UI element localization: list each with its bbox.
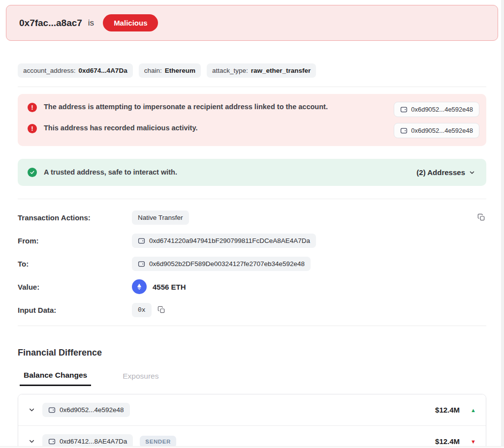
banner-connector: is <box>88 18 94 28</box>
balance-changes-list: 0x6d9052...4e592e48 $12.4M ▲ 0xd67412...… <box>18 394 486 448</box>
transaction-actions-label: Transaction Actions: <box>18 213 132 222</box>
to-address-chip[interactable]: 0x6d9052b2DF589De00324127fe2707eb34e592e… <box>132 257 311 271</box>
wallet-icon <box>400 106 408 113</box>
transaction-details: Transaction Actions: Native Transfer Fro… <box>18 210 486 317</box>
financial-tabs: Balance Changes Exposures <box>18 371 486 386</box>
to-label: To: <box>18 260 132 268</box>
value-row: Value: 4556 ETH <box>18 279 486 294</box>
meta-chip-label: account_address: <box>23 67 76 74</box>
meta-chip-account-address: account_address: 0xd674...4A7Da <box>18 63 133 78</box>
divider <box>18 87 486 87</box>
wallet-icon <box>138 260 145 268</box>
wallet-icon <box>48 438 56 445</box>
trusted-alert-box: A trusted address, safe to interact with… <box>18 159 486 186</box>
meta-chip-value: 0xd674...4A7Da <box>79 67 127 74</box>
meta-chip-value: Ethereum <box>165 67 195 74</box>
alert-item: ! The address is attempting to impersona… <box>28 102 479 117</box>
malicious-alert-box: ! The address is attempting to impersona… <box>18 94 486 146</box>
balance-amount: $12.4M <box>435 437 460 446</box>
transaction-actions-row: Transaction Actions: Native Transfer <box>18 210 486 225</box>
value-label: Value: <box>18 283 132 291</box>
page-edge <box>0 446 504 448</box>
chevron-down-icon[interactable] <box>28 438 35 445</box>
meta-chip-value: raw_ether_transfer <box>251 67 311 74</box>
alert-address-text: 0x6d9052...4e592e48 <box>411 106 473 113</box>
chevron-down-icon <box>469 169 475 176</box>
decrease-icon: ▼ <box>471 439 476 445</box>
trusted-text: A trusted address, safe to interact with… <box>44 167 177 178</box>
verdict-banner: 0x7fac...a8ac7 is Malicious <box>6 5 498 41</box>
input-data-row: Input Data: 0x <box>18 302 486 317</box>
check-icon <box>28 168 37 177</box>
verdict-badge: Malicious <box>103 14 158 31</box>
copy-icon[interactable] <box>157 305 166 315</box>
alert-item: ! This address has recorded malicious ac… <box>28 123 479 138</box>
alert-address-chip[interactable]: 0x6d9052...4e592e48 <box>394 123 479 138</box>
alert-address-text: 0x6d9052...4e592e48 <box>411 127 473 134</box>
from-label: From: <box>18 237 132 245</box>
input-data-chip: 0x <box>132 303 152 317</box>
tab-exposures[interactable]: Exposures <box>119 371 162 386</box>
ethereum-icon <box>132 279 147 294</box>
transaction-action-chip: Native Transfer <box>132 210 189 225</box>
wallet-icon <box>400 127 408 134</box>
from-row: From: 0xd6741220a947941bF290799811FcDCeA… <box>18 233 486 248</box>
alert-text: The address is attempting to impersonate… <box>44 102 328 112</box>
balance-address-text: 0xd67412...8AE4A7Da <box>60 438 127 445</box>
sender-badge: SENDER <box>140 436 176 448</box>
balance-amount: $12.4M <box>435 406 460 414</box>
eth-amount: 4556 ETH <box>153 283 186 291</box>
input-data-label: Input Data: <box>18 306 132 314</box>
balance-row[interactable]: 0x6d9052...4e592e48 $12.4M ▲ <box>18 394 486 425</box>
meta-chip-attack-type: attack_type: raw_ether_transfer <box>207 63 316 78</box>
wallet-icon <box>48 406 56 414</box>
to-address-text: 0x6d9052b2DF589De00324127fe2707eb34e592e… <box>149 260 305 268</box>
increase-icon: ▲ <box>471 407 476 413</box>
meta-chip-chain: chain: Ethereum <box>139 63 201 78</box>
addresses-dropdown-toggle[interactable]: (2) Addresses <box>416 168 475 177</box>
balance-address-chip[interactable]: 0x6d9052...4e592e48 <box>42 403 130 417</box>
chevron-down-icon[interactable] <box>28 406 35 414</box>
divider <box>18 326 486 326</box>
from-address-text: 0xd6741220a947941bF290799811FcDCeA8AE4A7… <box>149 237 310 244</box>
balance-row[interactable]: 0xd67412...8AE4A7Da SENDER $12.4M ▼ <box>18 425 486 448</box>
page-edge <box>501 0 504 448</box>
financial-difference-title: Financial Difference <box>18 348 486 358</box>
meta-chip-label: chain: <box>144 67 162 74</box>
balance-address-text: 0x6d9052...4e592e48 <box>60 406 124 414</box>
meta-chip-row: account_address: 0xd674...4A7Da chain: E… <box>18 63 486 78</box>
from-address-chip[interactable]: 0xd6741220a947941bF290799811FcDCeA8AE4A7… <box>132 234 316 248</box>
to-row: To: 0x6d9052b2DF589De00324127fe2707eb34e… <box>18 256 486 271</box>
addresses-count-label: (2) Addresses <box>416 168 465 177</box>
alert-exclamation-icon: ! <box>28 103 37 112</box>
divider <box>18 199 486 199</box>
alert-address-chip[interactable]: 0x6d9052...4e592e48 <box>394 102 479 117</box>
alert-text: This address has recorded malicious acti… <box>44 123 197 133</box>
meta-chip-label: attack_type: <box>212 67 248 74</box>
wallet-icon <box>138 237 145 244</box>
copy-icon[interactable] <box>476 212 486 222</box>
scanned-address: 0x7fac...a8ac7 <box>19 18 82 29</box>
alert-exclamation-icon: ! <box>28 124 37 133</box>
tab-balance-changes[interactable]: Balance Changes <box>20 371 91 386</box>
